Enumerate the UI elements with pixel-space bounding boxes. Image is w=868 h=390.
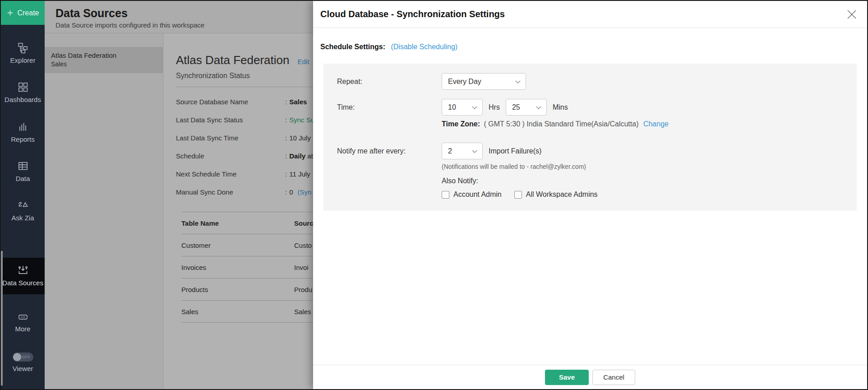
sidebar-item-label: More <box>15 325 30 333</box>
data-icon <box>17 160 29 172</box>
minutes-value: 25 <box>512 103 520 111</box>
time-label: Time: <box>337 103 442 111</box>
hours-unit-label: Hrs <box>489 103 500 111</box>
sidebar-item-reports[interactable]: Reports <box>1 121 45 143</box>
chevron-down-icon <box>472 150 477 153</box>
viewer-label: Viewer <box>13 365 33 372</box>
schedule-form: Repeat: Every Day Time: 10 Hrs 25 Mins <box>323 64 857 211</box>
viewer-block: OFF Viewer <box>1 353 45 372</box>
create-label: Create <box>17 9 39 17</box>
checkbox-label: All Workspace Admins <box>526 190 598 199</box>
also-notify-label: Also Notify: <box>442 177 857 185</box>
reports-icon <box>17 121 29 133</box>
minutes-select[interactable]: 25 <box>506 99 547 116</box>
chevron-down-icon <box>515 80 521 84</box>
close-icon <box>846 9 857 20</box>
collapse-arrow-icon <box>17 388 29 390</box>
toggle-state-label: OFF <box>22 355 31 359</box>
notification-note: (Notifications will be mailed to - rache… <box>442 163 857 170</box>
explorer-icon <box>17 42 29 54</box>
failure-count-value: 2 <box>448 147 452 155</box>
modal-header: Cloud Database - Synchronization Setting… <box>313 1 867 28</box>
repeat-label: Repeat: <box>337 78 442 86</box>
sidebar-item-label: Data <box>16 175 30 182</box>
repeat-select[interactable]: Every Day <box>442 73 526 90</box>
failure-count-select[interactable]: 2 <box>442 143 483 159</box>
collapse-sidebar-button[interactable] <box>1 388 45 390</box>
sidebar-item-label: Dashboards <box>5 96 41 103</box>
create-button[interactable]: Create <box>1 1 45 25</box>
notify-row: Notify me after every: 2 Import Failure(… <box>337 143 857 159</box>
sidebar-item-label: Ask Zia <box>11 214 34 222</box>
sidebar-item-label: Explorer <box>10 56 36 64</box>
modal-footer: Save Cancel <box>313 365 867 389</box>
sidebar-item-label: Data Sources <box>2 279 43 287</box>
viewer-toggle[interactable]: OFF <box>13 353 33 362</box>
save-button[interactable]: Save <box>545 370 589 385</box>
checkbox-icon[interactable] <box>442 191 449 199</box>
also-notify-options: Account Admin All Workspace Admins <box>442 190 857 199</box>
app-window: Create Explorer Dashboards Reports Data … <box>0 0 868 390</box>
sidebar-item-label: Reports <box>11 135 35 143</box>
time-row: Time: 10 Hrs 25 Mins <box>337 99 857 116</box>
more-icon <box>18 311 28 322</box>
dashboards-icon <box>17 81 29 93</box>
sidebar-item-dashboards[interactable]: Dashboards <box>1 81 45 103</box>
account-admin-option[interactable]: Account Admin <box>442 190 502 199</box>
import-failures-label: Import Failure(s) <box>489 147 541 155</box>
notify-label: Notify me after every: <box>337 147 442 155</box>
sidebar-scrollbar[interactable] <box>1 251 3 385</box>
checkbox-icon[interactable] <box>514 191 522 199</box>
repeat-row: Repeat: Every Day <box>337 73 857 90</box>
schedule-settings-label: Schedule Settings: <box>320 43 385 51</box>
schedule-settings-row: Schedule Settings: (Disable Scheduling) <box>320 43 867 51</box>
sidebar-item-more[interactable]: More <box>1 311 45 333</box>
cancel-button[interactable]: Cancel <box>592 370 635 385</box>
disable-scheduling-link[interactable]: (Disable Scheduling) <box>391 43 457 51</box>
hours-value: 10 <box>448 103 456 111</box>
all-workspace-admins-option[interactable]: All Workspace Admins <box>514 190 598 199</box>
timezone-line: Time Zone: ( GMT 5:30 ) India Standard T… <box>442 120 857 128</box>
timezone-change-link[interactable]: Change <box>643 120 669 128</box>
checkbox-label: Account Admin <box>453 190 502 199</box>
data-sources-icon <box>17 265 29 276</box>
timezone-label: Time Zone: <box>442 120 480 128</box>
close-button[interactable] <box>846 9 857 20</box>
chevron-down-icon <box>472 106 477 110</box>
minutes-unit-label: Mins <box>553 103 568 111</box>
modal-backdrop <box>45 1 313 389</box>
sync-settings-modal: Cloud Database - Synchronization Setting… <box>313 1 867 389</box>
sidebar-item-ask-zia[interactable]: Ask Zia <box>1 200 45 222</box>
sidebar-item-data[interactable]: Data <box>1 160 45 182</box>
hours-select[interactable]: 10 <box>442 99 483 116</box>
sidebar-item-explorer[interactable]: Explorer <box>1 42 45 64</box>
sidebar-item-data-sources[interactable]: Data Sources <box>1 258 45 294</box>
plus-icon <box>6 9 14 17</box>
chevron-down-icon <box>536 106 541 110</box>
timezone-value: ( GMT 5:30 ) India Standard Time(Asia/Ca… <box>484 120 639 128</box>
modal-title: Cloud Database - Synchronization Setting… <box>320 9 505 19</box>
sidebar: Create Explorer Dashboards Reports Data … <box>1 1 45 389</box>
ask-zia-icon <box>17 200 29 211</box>
toggle-knob-icon <box>13 353 21 361</box>
repeat-value: Every Day <box>448 78 481 86</box>
